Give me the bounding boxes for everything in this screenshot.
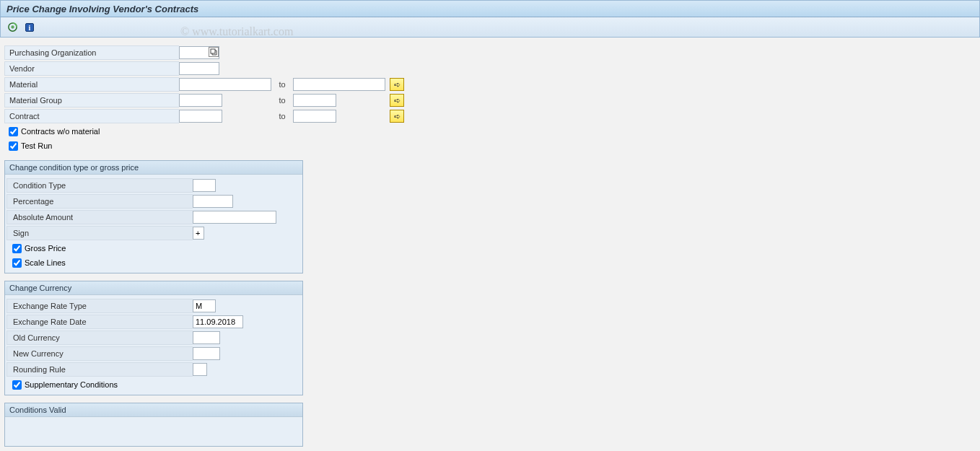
input-new-currency[interactable] (193, 347, 220, 360)
input-condition-type[interactable] (193, 179, 216, 192)
label-scale-lines: Scale Lines (25, 258, 66, 267)
label-exch-rate-type: Exchange Rate Type (6, 299, 193, 313)
input-rounding-rule[interactable] (193, 363, 207, 376)
input-old-currency[interactable] (193, 331, 220, 344)
group-title-currency: Change Currency (5, 281, 302, 295)
info-icon: i (25, 22, 35, 32)
execute-icon (7, 22, 18, 32)
label-test-run: Test Run (21, 141, 52, 150)
groupbox-currency: Change Currency Exchange Rate Type Excha… (4, 281, 303, 395)
svg-point-1 (11, 25, 14, 28)
row-vendor: Vendor (4, 61, 970, 76)
label-purchasing-org: Purchasing Organization (4, 45, 179, 60)
checkbox-test-run[interactable] (9, 141, 18, 151)
label-condition-type: Condition Type (6, 178, 193, 193)
to-label-material: to (271, 80, 293, 89)
input-sign[interactable] (193, 227, 204, 240)
row-material: Material to ➪ (4, 76, 970, 92)
arrow-right-icon: ➪ (394, 80, 401, 89)
input-percentage[interactable] (193, 195, 233, 208)
row-test-run: Test Run (4, 139, 970, 153)
title-bar: Price Change Involving Vendor's Contract… (0, 0, 980, 17)
arrow-right-icon: ➪ (394, 112, 401, 121)
label-percentage: Percentage (6, 194, 193, 209)
form-body: Purchasing Organization Vendor Material … (1, 40, 973, 447)
to-label-matgroup: to (271, 96, 293, 105)
input-contract-high[interactable] (293, 110, 336, 123)
label-material-group: Material Group (4, 93, 179, 108)
label-contracts-wo-material: Contracts w/o material (21, 127, 100, 136)
input-vendor[interactable] (179, 62, 219, 75)
groupbox-condition: Change condition type or gross price Con… (4, 160, 303, 273)
multiselect-matgroup-button[interactable]: ➪ (390, 94, 404, 107)
checkbox-gross-price[interactable] (12, 244, 22, 253)
multiselect-material-button[interactable]: ➪ (390, 78, 404, 91)
input-matgroup-high[interactable] (293, 94, 336, 107)
main-scroll-area[interactable]: Purchasing Organization Vendor Material … (1, 40, 973, 447)
row-material-group: Material Group to ➪ (4, 92, 970, 108)
label-vendor: Vendor (4, 61, 179, 76)
input-contract-low[interactable] (179, 110, 222, 123)
to-label-contract: to (271, 112, 293, 121)
application-toolbar: i (0, 17, 980, 38)
row-contract: Contract to ➪ (4, 108, 970, 124)
row-purchasing-org: Purchasing Organization (4, 45, 970, 61)
label-new-currency: New Currency (6, 346, 193, 361)
execute-button[interactable] (5, 20, 19, 35)
page-title: Price Change Involving Vendor's Contract… (6, 4, 198, 14)
label-old-currency: Old Currency (6, 330, 193, 345)
checkbox-supplementary-conditions[interactable] (12, 380, 22, 390)
label-contract: Contract (4, 109, 179, 123)
row-contracts-wo-material: Contracts w/o material (4, 124, 970, 139)
label-material: Material (4, 77, 179, 92)
search-help-icon[interactable] (209, 47, 219, 57)
arrow-right-icon: ➪ (394, 96, 401, 105)
input-exch-rate-date[interactable] (193, 315, 243, 328)
group-title-condition: Change condition type or gross price (5, 161, 302, 175)
input-material-low[interactable] (179, 78, 271, 91)
label-supplementary-conditions: Supplementary Conditions (25, 380, 118, 389)
group-title-conditions-valid: Conditions Valid (5, 403, 302, 417)
checkbox-contracts-wo-material[interactable] (9, 127, 18, 136)
label-sign: Sign (6, 226, 193, 240)
input-material-high[interactable] (293, 78, 385, 91)
info-button[interactable]: i (22, 20, 37, 35)
label-rounding-rule: Rounding Rule (6, 362, 193, 377)
multiselect-contract-button[interactable]: ➪ (390, 110, 404, 123)
svg-rect-4 (211, 49, 215, 53)
label-absolute-amount: Absolute Amount (6, 210, 193, 224)
svg-text:i: i (29, 24, 31, 32)
input-absolute-amount[interactable] (193, 211, 276, 224)
label-exch-rate-date: Exchange Rate Date (6, 315, 193, 329)
checkbox-scale-lines[interactable] (12, 258, 22, 268)
input-exch-rate-type[interactable] (193, 299, 216, 312)
groupbox-conditions-valid: Conditions Valid (4, 403, 303, 447)
input-matgroup-low[interactable] (179, 94, 222, 107)
label-gross-price: Gross Price (25, 244, 66, 253)
